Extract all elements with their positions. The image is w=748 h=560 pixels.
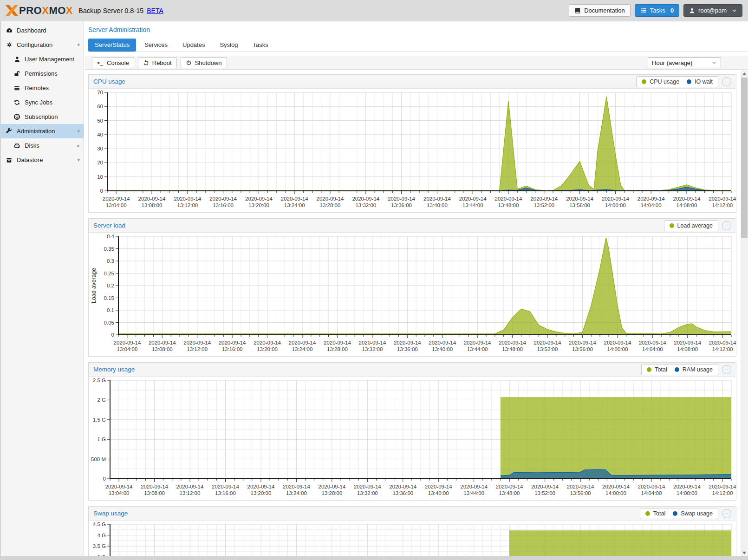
panel-header: Server load Load average − — [89, 219, 736, 233]
sidebar-item-permissions[interactable]: Permissions — [0, 66, 84, 81]
user-menu-button[interactable]: root@pam — [683, 4, 742, 17]
svg-text:0.4: 0.4 — [107, 234, 115, 239]
top-bar: PROXMOX Backup Server 0.8-15 BETA Docume… — [0, 0, 748, 21]
proxmox-logo: PROXMOX — [6, 5, 73, 17]
sidebar-item-datastore[interactable]: Datastore▾ — [0, 153, 84, 167]
svg-text:2020-09-1413:56:00: 2020-09-1413:56:00 — [569, 340, 596, 352]
server-load-panel: Server load Load average − 00.050.10.150… — [88, 218, 736, 357]
collapse-panel-icon[interactable]: − — [722, 221, 731, 230]
swap-usage-panel: Swap usage Total Swap usage − 0500 M1 G1… — [88, 506, 736, 560]
svg-text:2020-09-1413:52:00: 2020-09-1413:52:00 — [531, 484, 559, 496]
svg-text:2020-09-1414:00:00: 2020-09-1414:00:00 — [602, 484, 630, 496]
chevron-down-icon[interactable]: ▾ — [77, 42, 80, 48]
tasks-button[interactable]: Tasks 0 — [635, 4, 679, 17]
documentation-button[interactable]: Documentation — [569, 4, 630, 17]
tab-tasks[interactable]: Tasks — [246, 39, 274, 52]
svg-text:500 M: 500 M — [91, 456, 106, 462]
svg-text:1 G: 1 G — [97, 436, 106, 442]
power-icon — [186, 60, 192, 66]
panel-title: Server load — [93, 222, 125, 229]
svg-text:40: 40 — [97, 132, 103, 137]
task-list-icon — [640, 7, 647, 13]
scroll-down-arrow[interactable] — [741, 550, 748, 556]
sidebar-nav: DashboardConfiguration▾User ManagementPe… — [0, 22, 84, 556]
sidebar-item-label: Permissions — [25, 70, 58, 77]
scrollbar-thumb[interactable] — [741, 78, 748, 238]
tab-updates[interactable]: Updates — [176, 39, 211, 52]
svg-text:2020-09-1413:44:00: 2020-09-1413:44:00 — [459, 196, 487, 208]
svg-text:2020-09-1413:12:00: 2020-09-1413:12:00 — [174, 196, 201, 208]
swap-usage-chart[interactable]: 0500 M1 G1.5 G2 G2.5 G3 G3.5 G4 G4.5 G20… — [89, 521, 736, 560]
sidebar-item-administration[interactable]: Administration▾ — [0, 124, 84, 138]
legend-dot — [645, 511, 650, 516]
sidebar-item-remotes[interactable]: Remotes — [0, 81, 84, 95]
svg-text:2020-09-1413:32:00: 2020-09-1413:32:00 — [352, 196, 379, 208]
cpu-usage-panel: CPU usage CPU usage IO wait − 0102030405… — [88, 74, 736, 213]
svg-text:2020-09-1413:08:00: 2020-09-1413:08:00 — [149, 340, 176, 352]
sidebar-item-user-management[interactable]: User Management — [0, 52, 84, 66]
collapse-panel-icon[interactable]: − — [722, 509, 731, 518]
unlock-icon — [13, 70, 21, 78]
svg-text:10: 10 — [97, 174, 103, 180]
svg-text:2020-09-1413:16:00: 2020-09-1413:16:00 — [209, 196, 237, 208]
charts-container: CPU usage CPU usage IO wait − 0102030405… — [88, 74, 737, 560]
vertical-scrollbar[interactable] — [741, 71, 748, 556]
svg-text:2020-09-1414:04:00: 2020-09-1414:04:00 — [638, 484, 665, 496]
svg-text:2020-09-1414:12:00: 2020-09-1414:12:00 — [709, 196, 736, 208]
legend-item: Total — [645, 510, 665, 517]
tab-syslog[interactable]: Syslog — [213, 39, 244, 52]
remotes-icon — [13, 85, 21, 92]
svg-text:2020-09-1413:48:00: 2020-09-1413:48:00 — [496, 484, 523, 496]
svg-text:2020-09-1413:16:00: 2020-09-1413:16:00 — [212, 484, 239, 496]
svg-text:2020-09-1413:08:00: 2020-09-1413:08:00 — [138, 196, 166, 208]
svg-text:2020-09-1413:24:00: 2020-09-1413:24:00 — [281, 196, 308, 208]
beta-link[interactable]: BETA — [147, 7, 163, 14]
timeframe-select[interactable]: Hour (average) — [648, 57, 721, 68]
server-load-chart[interactable]: 00.050.10.150.20.250.30.350.42020-09-141… — [89, 233, 736, 356]
tab-bar: ServerStatus Services Updates Syslog Tas… — [88, 39, 748, 52]
collapse-panel-icon[interactable]: − — [722, 77, 731, 86]
svg-text:2.5 G: 2.5 G — [93, 378, 106, 383]
svg-text:1.5 G: 1.5 G — [93, 417, 106, 423]
sidebar-item-configuration[interactable]: Configuration▾ — [0, 38, 84, 52]
legend-item: CPU usage — [642, 78, 679, 85]
sidebar-item-sync-jobs[interactable]: Sync Jobs — [0, 95, 84, 110]
disk-icon — [13, 142, 21, 150]
sidebar-item-disks[interactable]: Disks▸ — [0, 138, 84, 153]
sidebar-item-subscription[interactable]: Subscription — [0, 110, 84, 124]
console-button[interactable]: >_ Console — [92, 57, 134, 68]
cpu-usage-chart[interactable]: 0102030405060702020-09-1413:04:002020-09… — [89, 89, 736, 212]
main-content: Server Administration ServerStatus Servi… — [85, 22, 748, 556]
svg-text:2020-09-1413:12:00: 2020-09-1413:12:00 — [176, 484, 204, 496]
sidebar-item-label: Remotes — [25, 85, 49, 91]
svg-text:2020-09-1414:12:00: 2020-09-1414:12:00 — [709, 340, 736, 352]
scroll-up-arrow[interactable] — [741, 71, 748, 77]
memory-usage-chart[interactable]: 0500 M1 G1.5 G2 G2.5 G2020-09-1413:04:00… — [89, 377, 736, 500]
user-icon — [13, 56, 21, 63]
svg-text:2020-09-1413:04:00: 2020-09-1413:04:00 — [105, 484, 133, 496]
tab-serverstatus[interactable]: ServerStatus — [88, 39, 136, 52]
chevron-down-icon[interactable]: ▾ — [77, 128, 80, 134]
datastore-icon — [5, 156, 13, 164]
svg-text:2020-09-1413:32:00: 2020-09-1413:32:00 — [358, 340, 386, 352]
sidebar-item-label: Disks — [25, 142, 39, 149]
collapse-panel-icon[interactable]: − — [722, 365, 731, 374]
svg-text:Load average: Load average — [91, 268, 97, 304]
sidebar-item-label: Configuration — [17, 41, 52, 48]
panel-header: Memory usage Total RAM usage − — [89, 363, 736, 377]
svg-text:2020-09-1413:24:00: 2020-09-1413:24:00 — [283, 484, 310, 496]
tab-services[interactable]: Services — [138, 39, 174, 52]
panel-title: Swap usage — [93, 510, 128, 517]
dashboard-icon — [5, 27, 13, 34]
chevron-down-icon[interactable]: ▾ — [77, 157, 80, 163]
sidebar-item-dashboard[interactable]: Dashboard — [0, 23, 84, 38]
reboot-button[interactable]: Reboot — [138, 57, 177, 68]
svg-text:2020-09-1414:08:00: 2020-09-1414:08:00 — [673, 484, 701, 496]
chevron-right-icon[interactable]: ▸ — [77, 143, 80, 149]
shutdown-button[interactable]: Shutdown — [181, 57, 227, 68]
svg-text:2020-09-1414:08:00: 2020-09-1414:08:00 — [673, 196, 701, 208]
svg-text:2020-09-1413:20:00: 2020-09-1413:20:00 — [245, 196, 273, 208]
chart-legend: Load average — [664, 220, 718, 231]
panel-header: Swap usage Total Swap usage − — [89, 507, 736, 521]
svg-text:2020-09-1414:04:00: 2020-09-1414:04:00 — [637, 196, 665, 208]
